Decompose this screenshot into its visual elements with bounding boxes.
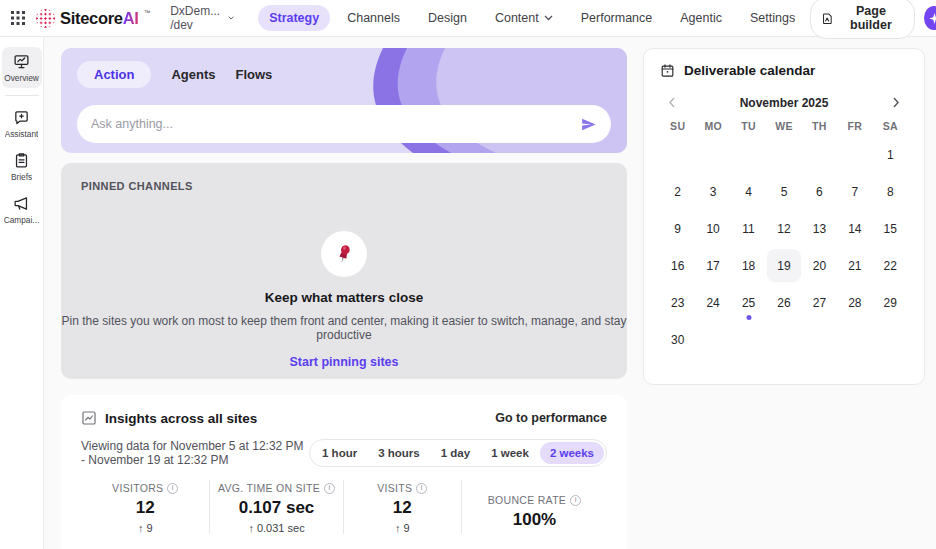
calendar-day[interactable]: 10 <box>695 210 730 247</box>
calendar-day[interactable]: 11 <box>731 210 766 247</box>
sidebar-item-campaigns[interactable]: Campai... <box>2 189 42 230</box>
start-pinning-sites-link[interactable]: Start pinning sites <box>289 355 398 369</box>
sparkle-icon <box>928 12 936 25</box>
nav-item-settings[interactable]: Settings <box>739 5 806 31</box>
app-grid-icon[interactable] <box>10 5 26 31</box>
tab-flows[interactable]: Flows <box>236 61 273 88</box>
ask-anything-input[interactable] <box>91 117 580 131</box>
calendar-day[interactable]: 23 <box>660 284 695 321</box>
pushpin-icon <box>321 231 367 277</box>
calendar-empty-cell <box>766 136 801 173</box>
weekday-label: FR <box>837 120 872 132</box>
calendar-day[interactable]: 26 <box>766 284 801 321</box>
calendar-grid: 1234567891011121314151617181920212223242… <box>660 136 908 358</box>
range-2-weeks[interactable]: 2 weeks <box>540 442 604 464</box>
go-to-performance-link[interactable]: Go to performance <box>495 411 607 425</box>
calendar-day[interactable]: 18 <box>731 247 766 284</box>
page-icon <box>821 11 833 26</box>
calendar-day[interactable]: 2 <box>660 173 695 210</box>
time-range-selector: 1 hour 3 hours 1 day 1 week 2 weeks <box>309 439 607 467</box>
calendar-day[interactable]: 4 <box>731 173 766 210</box>
nav-item-design[interactable]: Design <box>417 5 478 31</box>
sidebar-item-label: Briefs <box>11 172 32 182</box>
calendar-day[interactable]: 1 <box>873 136 908 173</box>
metric-delta: ↑ 0.031 sec <box>210 522 342 534</box>
calendar-day[interactable]: 25 <box>731 284 766 321</box>
calendar-day[interactable]: 30 <box>660 321 695 358</box>
send-icon[interactable] <box>580 116 597 133</box>
metric-label: VISITS <box>377 482 412 494</box>
calendar-day[interactable]: 20 <box>802 247 837 284</box>
insights-subheader: Viewing data for November 5 at 12:32 PM … <box>81 439 607 467</box>
ai-sparkle-icon[interactable] <box>924 6 936 30</box>
metric-value: 0.107 sec <box>210 498 342 518</box>
calendar-day[interactable]: 22 <box>873 247 908 284</box>
environment-label: DxDem... /dev <box>170 4 223 32</box>
range-1-week[interactable]: 1 week <box>481 442 539 464</box>
calendar-day[interactable]: 17 <box>695 247 730 284</box>
calendar-day[interactable]: 13 <box>802 210 837 247</box>
info-icon[interactable] <box>416 483 427 494</box>
page-builder-button[interactable]: Page builder <box>810 0 915 39</box>
sidebar: Overview Assistant Briefs Campai... <box>0 37 44 549</box>
calendar-day[interactable]: 24 <box>695 284 730 321</box>
calendar-day[interactable]: 12 <box>766 210 801 247</box>
info-icon[interactable] <box>167 483 178 494</box>
calendar-day[interactable]: 9 <box>660 210 695 247</box>
sidebar-item-overview[interactable]: Overview <box>2 47 42 88</box>
info-icon[interactable] <box>570 495 581 506</box>
calendar-day[interactable]: 3 <box>695 173 730 210</box>
environment-selector[interactable]: DxDem... /dev <box>164 0 240 37</box>
calendar-day[interactable]: 14 <box>837 210 872 247</box>
nav-item-channels[interactable]: Channels <box>336 5 411 31</box>
range-3-hours[interactable]: 3 hours <box>368 442 430 464</box>
tab-action[interactable]: Action <box>77 61 151 88</box>
previous-month-icon[interactable] <box>666 95 678 110</box>
range-1-day[interactable]: 1 day <box>431 442 480 464</box>
calendar-day[interactable]: 27 <box>802 284 837 321</box>
calendar-day[interactable]: 28 <box>837 284 872 321</box>
sidebar-item-briefs[interactable]: Briefs <box>2 146 42 187</box>
tab-agents[interactable]: Agents <box>171 61 215 88</box>
calendar-day[interactable]: 21 <box>837 247 872 284</box>
calendar-header: Deliverable calendar <box>660 63 908 78</box>
calendar-day[interactable]: 6 <box>802 173 837 210</box>
pinned-description: Pin the sites you work on most to keep t… <box>61 314 627 342</box>
nav-item-strategy[interactable]: Strategy <box>258 5 330 31</box>
app-shell: Overview Assistant Briefs Campai... <box>0 37 936 549</box>
next-month-icon[interactable] <box>890 95 902 110</box>
clipboard-icon <box>13 152 30 169</box>
calendar-day[interactable]: 19 <box>766 247 801 284</box>
calendar-day[interactable]: 8 <box>873 173 908 210</box>
sidebar-divider <box>5 95 39 96</box>
nav-item-performance[interactable]: Performance <box>570 5 664 31</box>
range-1-hour[interactable]: 1 hour <box>312 442 367 464</box>
calendar-day[interactable]: 5 <box>766 173 801 210</box>
sitecore-logo[interactable]: SitecoreAI ™ <box>36 8 150 29</box>
sitecore-logo-mark-icon <box>36 9 55 28</box>
sidebar-item-assistant[interactable]: Assistant <box>2 103 42 144</box>
info-icon[interactable] <box>324 483 335 494</box>
topbar-actions: Page builder CW <box>810 0 936 39</box>
insights-card: Insights across all sites Go to performa… <box>61 395 627 549</box>
page-builder-label: Page builder <box>840 4 901 32</box>
calendar-day[interactable]: 16 <box>660 247 695 284</box>
nav-item-content[interactable]: Content <box>484 5 564 31</box>
content-column: Action Agents Flows PINNED CHANNELS <box>61 48 627 549</box>
chevron-down-icon <box>228 15 234 21</box>
weekday-label: MO <box>695 120 730 132</box>
calendar-day[interactable]: 15 <box>873 210 908 247</box>
calendar-empty-cell <box>695 136 730 173</box>
viewing-range-text: Viewing data for November 5 at 12:32 PM … <box>81 439 309 467</box>
weekday-label: TU <box>731 120 766 132</box>
metric-delta: ↑ 9 <box>81 522 209 534</box>
month-navigation: November 2025 <box>660 95 908 110</box>
main-content: Action Agents Flows PINNED CHANNELS <box>44 37 936 549</box>
insights-header: Insights across all sites Go to performa… <box>81 410 607 426</box>
calendar-day[interactable]: 29 <box>873 284 908 321</box>
nav-item-agentic[interactable]: Agentic <box>669 5 733 31</box>
monitor-chart-icon <box>13 53 30 70</box>
calendar-day[interactable]: 7 <box>837 173 872 210</box>
logo-text: SitecoreAI <box>60 8 139 29</box>
month-label: November 2025 <box>678 96 890 110</box>
